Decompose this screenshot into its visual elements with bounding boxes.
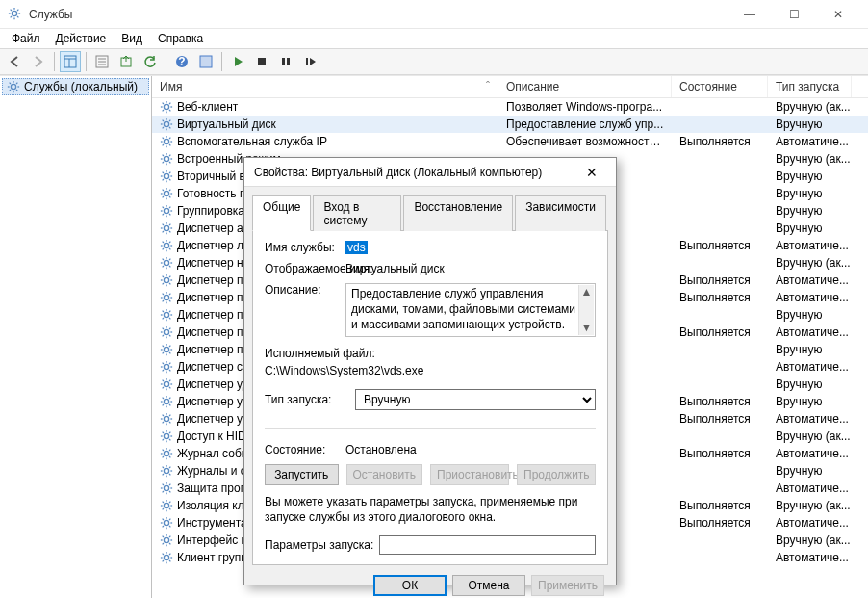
service-type: Вручную (ак... [768, 429, 868, 443]
properties-dialog: Свойства: Виртуальный диск (Локальный ко… [243, 157, 617, 585]
service-row[interactable]: Веб-клиентПозволяет Windows-програ...Вру… [152, 98, 868, 116]
service-name: Виртуальный диск [177, 117, 276, 131]
tab-general[interactable]: Общие [252, 195, 311, 231]
service-desc: Обеспечивает возможность... [498, 135, 672, 148]
dialog-title: Свойства: Виртуальный диск (Локальный ко… [254, 166, 577, 179]
value-state: Остановлена [345, 443, 417, 456]
menu-action[interactable]: Действие [50, 30, 113, 47]
label-executable: Исполняемый файл: [265, 347, 596, 360]
service-state: Выполняется [672, 239, 768, 252]
restart-service-button[interactable] [299, 51, 320, 72]
about-button[interactable] [195, 51, 217, 72]
button-start-service[interactable]: Запустить [265, 464, 339, 485]
menu-file[interactable]: Файл [6, 30, 46, 47]
forward-button[interactable] [28, 51, 49, 72]
input-start-params[interactable] [379, 535, 596, 555]
service-type: Автоматиче... [768, 481, 868, 495]
menu-help[interactable]: Справка [152, 30, 209, 47]
value-executable: C:\Windows\System32\vds.exe [265, 364, 596, 377]
service-state: Выполняется [672, 135, 768, 148]
service-type: Автоматиче... [768, 447, 868, 460]
maximize-button[interactable]: ☐ [772, 0, 816, 29]
label-display-name: Отображаемое имя: [265, 262, 345, 275]
minimize-button[interactable]: — [728, 0, 772, 29]
export-button[interactable] [115, 51, 137, 72]
svg-rect-23 [306, 58, 308, 65]
tab-logon[interactable]: Вход в систему [313, 195, 401, 231]
service-type: Автоматиче... [768, 273, 868, 287]
pause-service-button[interactable] [275, 51, 296, 72]
tab-recovery[interactable]: Восстановление [403, 195, 513, 231]
service-row[interactable]: Вспомогательная служба IPОбеспечивает во… [152, 133, 868, 150]
back-button[interactable] [4, 51, 25, 72]
service-type: Вручную [768, 117, 868, 131]
service-type: Вручную [768, 187, 868, 200]
service-type: Автоматиче... [768, 325, 868, 339]
description-scrollbar[interactable]: ▲▼ [578, 285, 594, 335]
details-pane-button[interactable] [60, 51, 81, 72]
tree-item-services-local[interactable]: Службы (локальный) [2, 78, 149, 95]
service-type: Автоматиче... [768, 291, 868, 304]
button-ok[interactable]: ОК [373, 575, 447, 596]
service-desc: Предоставление служб упр... [498, 117, 672, 131]
col-name[interactable]: Имяˆ [152, 76, 498, 97]
svg-rect-22 [287, 58, 290, 65]
label-service-name: Имя службы: [265, 241, 345, 254]
button-stop-service: Остановить [346, 464, 423, 485]
service-type: Автоматиче... [768, 239, 868, 252]
service-type: Вручную (ак... [768, 499, 868, 512]
app-icon [8, 7, 23, 22]
value-service-name: vds [345, 241, 368, 254]
col-desc[interactable]: Описание [498, 76, 672, 97]
service-state: Выполняется [672, 447, 768, 460]
select-startup-type[interactable]: Вручную [355, 389, 596, 410]
toolbar: ? [0, 48, 868, 75]
service-state: Выполняется [672, 291, 768, 304]
service-type: Вручную (ак... [768, 533, 868, 547]
label-state: Состояние: [265, 443, 345, 456]
col-state[interactable]: Состояние [672, 76, 768, 97]
svg-rect-9 [64, 56, 76, 67]
menu-bar: Файл Действие Вид Справка [0, 29, 868, 48]
dialog-close-button[interactable]: ✕ [577, 158, 606, 187]
service-type: Автоматиче... [768, 412, 868, 426]
stop-service-button[interactable] [251, 51, 272, 72]
service-state: Выполняется [672, 499, 768, 512]
help-button[interactable]: ? [171, 51, 192, 72]
value-description: Предоставление служб управления дисками,… [351, 287, 575, 330]
close-button[interactable]: ✕ [816, 0, 860, 29]
button-cancel[interactable]: Отмена [452, 575, 525, 596]
tree-item-label: Службы (локальный) [24, 80, 138, 93]
service-row[interactable]: Виртуальный дискПредоставление служб упр… [152, 116, 868, 133]
service-type: Вручную [768, 343, 868, 356]
window-title: Службы [29, 8, 728, 21]
service-state: Выполняется [672, 516, 768, 530]
service-name: Вспомогательная служба IP [177, 135, 327, 148]
service-desc: Позволяет Windows-програ... [498, 100, 672, 114]
service-type: Автоматиче... [768, 135, 868, 148]
service-type: Вручную [768, 464, 868, 478]
svg-text:?: ? [178, 55, 185, 68]
service-type: Вручную [768, 308, 868, 322]
label-startup-type: Тип запуска: [265, 393, 345, 406]
start-service-button[interactable] [227, 51, 248, 72]
menu-view[interactable]: Вид [115, 30, 148, 47]
service-type: Вручную (ак... [768, 100, 868, 114]
service-type: Вручную [768, 395, 868, 408]
service-state: Выполняется [672, 325, 768, 339]
svg-rect-19 [200, 56, 212, 67]
tree-pane: Службы (локальный) [0, 76, 152, 598]
properties-button[interactable] [91, 51, 113, 72]
service-type: Автоматиче... [768, 551, 868, 564]
button-resume-service: Продолжить [517, 464, 596, 485]
service-type: Вручную [768, 169, 868, 183]
svg-rect-20 [258, 58, 266, 65]
tab-dependencies[interactable]: Зависимости [515, 195, 606, 231]
service-state: Выполняется [672, 273, 768, 287]
startup-params-hint: Вы можете указать параметры запуска, при… [265, 495, 596, 525]
service-state: Выполняется [672, 412, 768, 426]
col-type[interactable]: Тип запуска [768, 76, 852, 97]
service-type: Автоматиче... [768, 360, 868, 374]
service-type: Автоматиче... [768, 516, 868, 530]
refresh-button[interactable] [140, 51, 161, 72]
